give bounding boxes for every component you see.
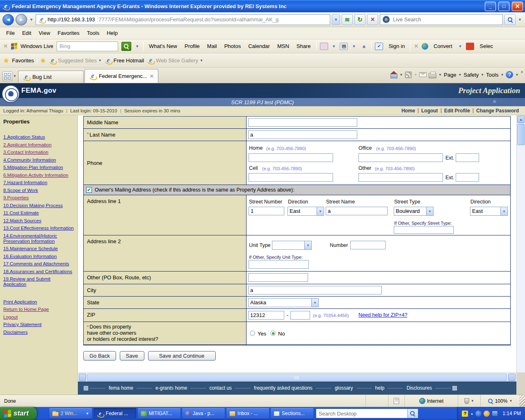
scroll-left-icon[interactable] <box>79 374 86 381</box>
search-go-button[interactable] <box>504 14 516 25</box>
footer-glossary-link[interactable]: glossary <box>333 385 355 391</box>
sidebar-item-cost-effectiveness-information[interactable]: 13.Cost Effectiveness Information <box>3 226 74 231</box>
sidebar-item-maintenance-schedule[interactable]: 15.Maintenance Schedule <box>3 246 74 251</box>
co-owners-no-radio[interactable] <box>270 331 276 336</box>
sidebar-return-home[interactable]: Return to Home Page <box>3 307 74 312</box>
edit-profile-link[interactable]: Edit Profile <box>441 108 473 114</box>
bing-dropdown-icon[interactable]: ▼ <box>135 44 140 48</box>
zip-help-link[interactable]: Need help for ZIP+4? <box>358 312 407 318</box>
tools-dropdown-icon[interactable]: ▼ <box>500 73 504 77</box>
tools-menu-button[interactable]: Tools <box>486 72 498 78</box>
state-select[interactable]: Alaska▼ <box>248 298 319 307</box>
search-options-dropdown-icon[interactable]: ▼ <box>517 18 523 22</box>
taskbar-button-inbox[interactable]: Inbox - ... <box>226 408 269 419</box>
phone-office-ext-input[interactable] <box>456 153 479 162</box>
live-mail[interactable]: Mail <box>205 43 219 49</box>
close-button[interactable]: ✕ <box>512 2 523 11</box>
live-msn[interactable]: MSN <box>275 43 291 49</box>
phone-home-input[interactable] <box>249 153 333 162</box>
print-dropdown-icon[interactable]: ▼ <box>438 73 442 77</box>
taskbar-button-windows-group[interactable]: 2 Win... ▼ <box>49 408 92 419</box>
add-favorite-icon[interactable]: ★ <box>40 57 46 64</box>
page-menu-button[interactable]: Page <box>444 72 456 78</box>
sidebar-item-review-and-submit[interactable]: 19.Review and Submit Application <box>3 276 74 287</box>
minimize-button[interactable]: _ <box>485 2 496 11</box>
vertical-scrollbar[interactable]: ▲ ▼ <box>516 115 525 381</box>
sidebar-item-match-sources[interactable]: 12.Match Sources <box>3 218 74 224</box>
tab-close-icon[interactable]: ✕ <box>150 73 154 79</box>
sidebar-disclaimers[interactable]: Disclaimers <box>3 330 74 335</box>
tray-network-icon[interactable] <box>492 411 498 417</box>
scroll-up-icon[interactable]: ▲ <box>517 116 525 123</box>
rss-feed-icon[interactable] <box>405 71 412 78</box>
photo-dropdown-icon[interactable]: ▼ <box>331 44 337 48</box>
help-icon[interactable]: ? <box>506 71 513 78</box>
desktop-search-box[interactable] <box>316 409 418 418</box>
taskbar-button-sections[interactable]: Sections... <box>271 408 313 419</box>
phone-office-input[interactable] <box>358 153 443 162</box>
desktop-search-button[interactable] <box>407 409 418 418</box>
sidebar-print-application[interactable]: Print Application <box>3 299 74 305</box>
sidebar-item-comments-and-attachments[interactable]: 17.Comments and Attachments <box>3 261 74 267</box>
status-zoom-cell[interactable]: 100% ▼ <box>480 395 519 407</box>
home-dropdown-icon[interactable]: ▼ <box>399 73 403 77</box>
last-name-input[interactable] <box>248 130 357 139</box>
unit-type-select[interactable]: ▼ <box>272 241 312 250</box>
direction1-select[interactable]: East▼ <box>288 207 324 216</box>
address-dropdown-button[interactable]: ▼ <box>332 14 340 25</box>
tray-expand-icon[interactable]: ▲ <box>470 412 473 415</box>
close-convert-icon[interactable]: ✕ <box>414 43 418 49</box>
sidebar-item-evaluation-information[interactable]: 16.Evaluation Information <box>3 254 74 259</box>
zip-input[interactable] <box>248 311 284 320</box>
live-search-input[interactable] <box>392 16 500 23</box>
sidebar-item-mitigation-plan-information[interactable]: 5.Mitigation Plan Information <box>3 165 74 170</box>
scroll-right-icon[interactable] <box>508 374 516 381</box>
select-link[interactable]: Selec <box>477 43 495 49</box>
stop-button[interactable]: ✕ <box>367 14 378 25</box>
tab-federal-emergency[interactable]: e Federal Emergenc... ✕ <box>84 69 158 83</box>
sidebar-privacy-statement[interactable]: Privacy Statement <box>3 322 74 327</box>
menu-file[interactable]: File <box>2 28 18 38</box>
phone-other-ext-input[interactable] <box>456 173 479 182</box>
street-number-input[interactable] <box>249 207 284 215</box>
bing-search-button[interactable] <box>121 42 131 51</box>
tray-collapse-icon[interactable] <box>475 411 482 417</box>
toolbar-overflow-icon[interactable]: » <box>520 69 523 75</box>
start-button[interactable]: start <box>0 407 37 420</box>
grid-dropdown-icon[interactable]: ▼ <box>351 44 356 48</box>
other-street-type-input[interactable] <box>394 226 454 234</box>
history-dropdown-icon[interactable]: ▼ <box>29 18 34 22</box>
footer-faq-link[interactable]: frequently asked questions <box>252 385 314 391</box>
page-dropdown-icon[interactable]: ▼ <box>458 73 461 77</box>
middle-name-input[interactable] <box>248 118 357 127</box>
menu-edit[interactable]: Edit <box>18 28 35 38</box>
go-back-button[interactable]: Go Back <box>83 351 116 361</box>
street-name-input[interactable] <box>326 207 388 215</box>
fema-brand[interactable]: FEMA.gov <box>21 87 57 95</box>
footer-help-link[interactable]: help <box>374 385 386 391</box>
horizontal-scroll-thumb[interactable] <box>87 374 507 381</box>
live-profile[interactable]: Profile <box>183 43 202 49</box>
owner-mailing-checkbox[interactable]: ✔ <box>86 187 92 193</box>
close-toolbar-icon[interactable]: ✕ <box>3 43 8 49</box>
quick-tabs-icon[interactable] <box>2 71 12 81</box>
save-button[interactable]: Save <box>120 351 144 361</box>
forward-button[interactable]: ► <box>16 14 27 25</box>
sidebar-item-cost-estimate[interactable]: 11.Cost Estimate <box>3 210 74 216</box>
bing-search-input[interactable]: Bing <box>57 41 118 51</box>
maximize-button[interactable]: □ <box>498 2 509 11</box>
zip-plus4-input[interactable] <box>290 311 310 320</box>
sidebar-item-scope-of-work[interactable]: 8.Scope of Work <box>3 188 74 193</box>
free-hotmail-button[interactable]: e Free Hotmail <box>105 57 144 64</box>
live-share[interactable]: Share <box>294 43 313 49</box>
change-password-link[interactable]: Change Password <box>473 108 522 114</box>
tray-clock-icon[interactable] <box>484 411 490 417</box>
sidebar-item-community-information[interactable]: 4.Community Information <box>3 158 74 163</box>
footer-fema-home-link[interactable]: fema home <box>107 385 135 391</box>
sidebar-item-hazard-information[interactable]: 7.Hazard Information <box>3 180 74 185</box>
sidebar-item-application-status[interactable]: 1.Application Status <box>3 135 74 140</box>
sidebar-item-environmental-historic[interactable]: 14.Environmental/Historic Preservation I… <box>3 233 74 244</box>
live-calendar[interactable]: Calendar <box>246 43 272 49</box>
safety-menu-button[interactable]: Safety <box>463 72 479 78</box>
save-and-continue-button[interactable]: Save and Continue <box>148 351 216 361</box>
